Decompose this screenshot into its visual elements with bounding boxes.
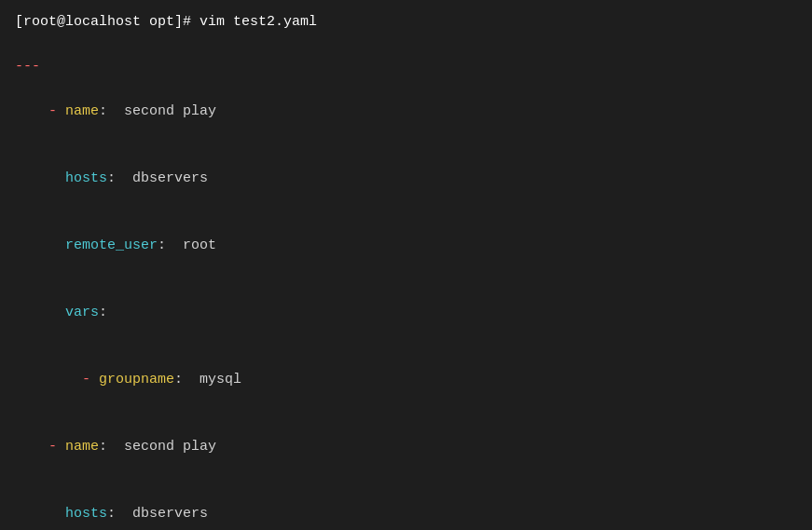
terminal-window: [root@localhost opt]# vim test2.yaml ---… <box>0 0 812 530</box>
dash-groupname-1: - <box>82 372 99 387</box>
key-name-2: name <box>65 439 99 455</box>
play1-name-line: - name: second play <box>15 78 797 145</box>
val-remote-user-1: : root <box>158 238 216 253</box>
val-hosts-1: : dbservers <box>107 170 208 186</box>
play2-hosts-line: hosts: dbservers <box>15 481 797 530</box>
key-groupname-1: groupname <box>99 372 174 387</box>
key-vars-1: vars <box>65 305 99 320</box>
val-name-1: : second play <box>99 103 216 119</box>
val-hosts-2: : dbservers <box>107 506 208 522</box>
play1-groupname-line: - groupname: mysql <box>15 347 797 414</box>
separator-marker: --- <box>15 59 40 75</box>
play1-hosts-line: hosts: dbservers <box>15 145 797 212</box>
dash-1: - <box>48 103 65 119</box>
command-prompt: [root@localhost opt]# vim test2.yaml <box>15 11 797 34</box>
key-remote-user-1: remote_user <box>65 238 158 253</box>
play1-remote-user-line: remote_user: root <box>15 212 797 279</box>
key-name-1: name <box>65 103 99 119</box>
dash-2: - <box>48 439 65 455</box>
blank-line-1 <box>15 34 797 56</box>
play2-name-line: - name: second play <box>15 414 797 481</box>
play1-vars-line: vars: <box>15 279 797 347</box>
val-name-2: : second play <box>99 439 216 455</box>
key-hosts-1: hosts <box>65 170 107 186</box>
doc-separator: --- <box>15 56 797 78</box>
key-hosts-2: hosts <box>65 506 107 522</box>
val-groupname-1: : mysql <box>174 372 241 387</box>
